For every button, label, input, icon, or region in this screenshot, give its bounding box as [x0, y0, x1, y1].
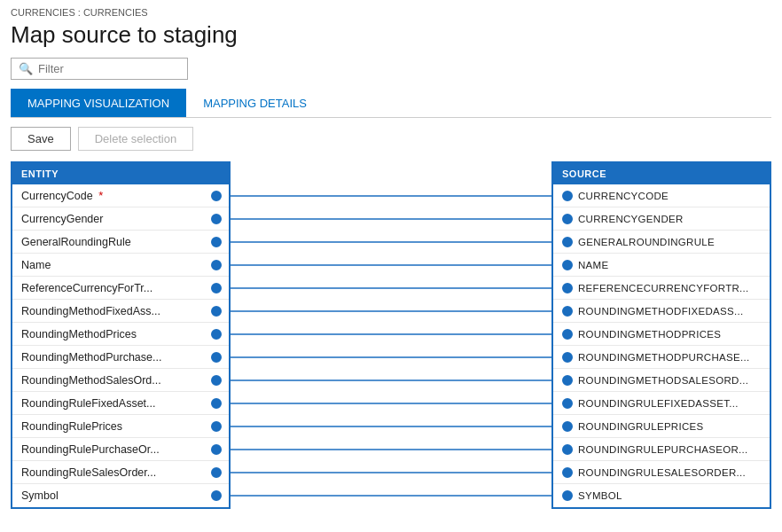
source-dot: [562, 260, 573, 270]
entity-row-label: RoundingRulePurchaseOr...: [21, 443, 204, 456]
source-row[interactable]: GENERALROUNDINGRULE: [553, 231, 770, 254]
entity-row-label: RoundingMethodSalesOrd...: [21, 374, 204, 387]
entity-row[interactable]: RoundingRulePurchaseOr...: [12, 438, 229, 461]
required-indicator: *: [96, 189, 104, 202]
source-row[interactable]: NAME: [553, 254, 770, 277]
toolbar: Save Delete selection: [11, 127, 771, 151]
source-row-label: ROUNDINGRULEFIXEDASSET...: [578, 398, 739, 409]
source-row-label: ROUNDINGMETHODPURCHASE...: [578, 352, 749, 363]
source-dot: [562, 467, 573, 478]
source-dot: [562, 375, 573, 386]
source-row[interactable]: ROUNDINGRULEFIXEDASSET...: [553, 392, 770, 415]
breadcrumb: CURRENCIES : CURRENCIES: [11, 7, 771, 18]
entity-dot: [211, 191, 222, 201]
entity-dot: [211, 375, 222, 386]
source-dot: [562, 283, 573, 293]
tab-mapping-visualization[interactable]: MAPPING VISUALIZATION: [11, 89, 186, 117]
source-dot: [562, 444, 573, 455]
entity-row[interactable]: RoundingMethodSalesOrd...: [12, 369, 229, 392]
source-row[interactable]: CURRENCYCODE: [553, 184, 770, 207]
tab-mapping-details[interactable]: MAPPING DETAILS: [186, 89, 324, 117]
entity-row-label: RoundingMethodPrices: [21, 328, 204, 340]
source-dot: [562, 191, 573, 201]
entity-row-label: CurrencyCode *: [21, 189, 204, 202]
entity-dot: [211, 283, 222, 293]
entity-row[interactable]: Name: [12, 254, 229, 277]
entity-dot: [211, 444, 222, 455]
source-row-label: REFERENCECURRENCYFORTR...: [578, 283, 749, 293]
entity-row[interactable]: RoundingRulePrices: [12, 415, 229, 438]
source-row-label: ROUNDINGRULEPURCHASEOR...: [578, 444, 748, 455]
entity-row[interactable]: GeneralRoundingRule: [12, 231, 229, 254]
entity-row[interactable]: ReferenceCurrencyForTr...: [12, 277, 229, 300]
source-row[interactable]: ROUNDINGRULEPURCHASEOR...: [553, 438, 770, 461]
source-panel-header: SOURCE: [553, 163, 770, 184]
entity-row[interactable]: CurrencyCode *: [12, 184, 229, 207]
entity-row[interactable]: RoundingRuleSalesOrder...: [12, 461, 229, 484]
entity-panel: ENTITY CurrencyCode * CurrencyGender Gen…: [11, 161, 231, 509]
entity-dot: [211, 398, 222, 409]
page-title: Map source to staging: [11, 21, 771, 49]
source-row[interactable]: CURRENCYGENDER: [553, 207, 770, 231]
entity-row-label: RoundingMethodFixedAss...: [21, 305, 204, 317]
source-dot: [562, 421, 573, 432]
source-row[interactable]: ROUNDINGMETHODPURCHASE...: [553, 346, 770, 369]
entity-row[interactable]: RoundingRuleFixedAsset...: [12, 392, 229, 415]
source-row-label: CURRENCYGENDER: [578, 214, 684, 224]
source-row-label: SYMBOL: [578, 490, 622, 501]
search-icon: 🔍: [19, 62, 33, 75]
source-row[interactable]: REFERENCECURRENCYFORTR...: [553, 277, 770, 300]
source-row-label: ROUNDINGMETHODFIXEDASS...: [578, 306, 743, 317]
entity-panel-header: ENTITY: [12, 163, 229, 184]
source-dot: [562, 214, 573, 224]
entity-row-label: RoundingRuleSalesOrder...: [21, 466, 204, 479]
source-row-label: ROUNDINGRULESALESORDER...: [578, 467, 746, 478]
lines-area: [231, 161, 551, 516]
source-row-label: ROUNDINGMETHODSALESORD...: [578, 375, 748, 386]
entity-row[interactable]: RoundingMethodPurchase...: [12, 346, 229, 369]
entity-dot: [211, 214, 222, 224]
mapping-container: ENTITY CurrencyCode * CurrencyGender Gen…: [11, 161, 771, 516]
source-row[interactable]: ROUNDINGMETHODFIXEDASS...: [553, 300, 770, 323]
save-button[interactable]: Save: [11, 127, 71, 151]
filter-bar: 🔍: [11, 58, 771, 80]
source-row[interactable]: ROUNDINGRULESALESORDER...: [553, 461, 770, 484]
entity-row[interactable]: RoundingMethodFixedAss...: [12, 300, 229, 323]
source-row-label: ROUNDINGMETHODPRICES: [578, 329, 721, 340]
source-dot: [562, 306, 573, 317]
entity-dot: [211, 329, 222, 340]
entity-dot: [211, 352, 222, 363]
source-row[interactable]: ROUNDINGMETHODPRICES: [553, 323, 770, 346]
mapping-lines: [231, 161, 551, 516]
entity-dot: [211, 237, 222, 247]
entity-row-label: RoundingRuleFixedAsset...: [21, 397, 204, 410]
filter-input[interactable]: [38, 62, 180, 75]
entity-row-label: GeneralRoundingRule: [21, 236, 204, 248]
source-row-label: GENERALROUNDINGRULE: [578, 237, 715, 247]
source-row[interactable]: SYMBOL: [553, 484, 770, 507]
entity-row[interactable]: CurrencyGender: [12, 207, 229, 231]
source-row[interactable]: ROUNDINGMETHODSALESORD...: [553, 369, 770, 392]
tabs-bar: MAPPING VISUALIZATION MAPPING DETAILS: [11, 89, 771, 118]
source-dot: [562, 329, 573, 340]
entity-row-label: ReferenceCurrencyForTr...: [21, 282, 204, 294]
source-row[interactable]: ROUNDINGRULEPRICES: [553, 415, 770, 438]
delete-button[interactable]: Delete selection: [78, 127, 194, 151]
entity-dot: [211, 260, 222, 270]
entity-panel-body: CurrencyCode * CurrencyGender GeneralRou…: [12, 184, 229, 507]
source-dot: [562, 398, 573, 409]
entity-row-label: Name: [21, 259, 204, 271]
entity-dot: [211, 467, 222, 478]
entity-row-label: Symbol: [21, 489, 204, 502]
entity-row[interactable]: RoundingMethodPrices: [12, 323, 229, 346]
source-row-label: CURRENCYCODE: [578, 191, 669, 201]
source-dot: [562, 352, 573, 363]
filter-input-wrap[interactable]: 🔍: [11, 58, 188, 80]
source-row-label: NAME: [578, 260, 608, 270]
entity-dot: [211, 490, 222, 501]
source-dot: [562, 490, 573, 501]
source-panel-body: CURRENCYCODE CURRENCYGENDER GENERALROUND…: [553, 184, 770, 507]
entity-row-label: RoundingRulePrices: [21, 420, 204, 433]
source-dot: [562, 237, 573, 247]
entity-row[interactable]: Symbol: [12, 484, 229, 507]
